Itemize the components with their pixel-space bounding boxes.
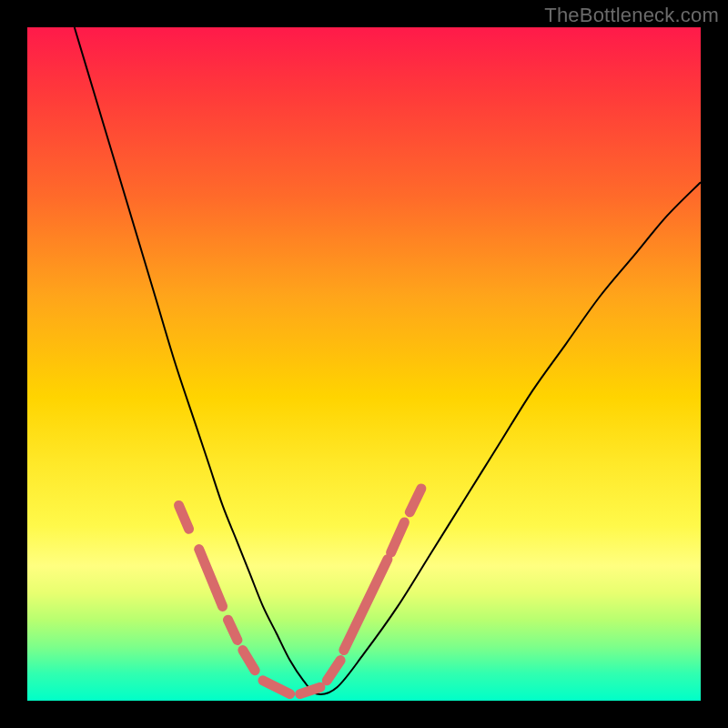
highlight-segment [199,550,223,607]
highlight-segment [410,489,421,512]
highlight-markers [179,489,421,694]
highlight-segment [344,560,388,651]
bottleneck-curve [75,27,701,694]
highlight-segment [327,661,340,681]
plot-area [27,27,701,701]
highlight-segment [243,651,255,671]
watermark-text: TheBottleneck.com [544,4,719,27]
highlight-segment [391,522,405,552]
highlight-segment [179,505,189,529]
curve-svg [27,27,701,701]
highlight-segment [300,687,320,693]
highlight-segment [263,681,290,694]
highlight-segment [228,620,238,640]
chart-frame: TheBottleneck.com [0,0,728,728]
